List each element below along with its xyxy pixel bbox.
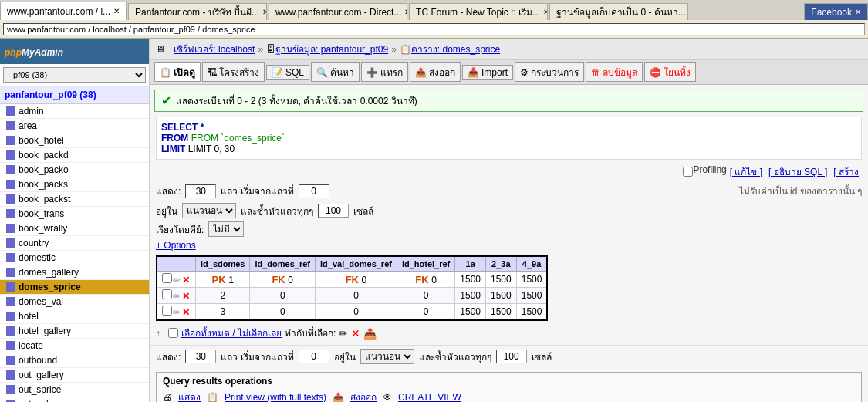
sort-select[interactable]: ไม่มี: [208, 221, 244, 237]
breadcrumb-table[interactable]: ตาราง: domes_sprice: [411, 42, 500, 56]
toolbar-btn-Import[interactable]: 📥Import: [462, 65, 513, 80]
tab-4[interactable]: ฐานข้อมูลเก็บค่าเป็น 0 - ค้นหา... ✕: [549, 3, 688, 20]
toolbar-btn-icon-9: ⛔: [650, 67, 661, 78]
col-2_3a[interactable]: 2_3a: [486, 256, 517, 272]
delete-icon-1[interactable]: ✕: [182, 291, 190, 302]
tab-2[interactable]: www.panfantour.com - Direct... ✕: [269, 3, 407, 20]
col-1a[interactable]: 1a: [455, 256, 486, 272]
delete-icon-2[interactable]: ✕: [182, 307, 190, 318]
edit-icon-1[interactable]: ✏: [173, 291, 181, 302]
sidebar-item-label: locate: [19, 340, 43, 351]
repeat-input[interactable]: [318, 204, 349, 218]
tab-3[interactable]: TC Forum - New Topic :: เริ่ม... ✕: [409, 3, 548, 20]
sidebar-item-out_sprice[interactable]: out_sprice: [0, 383, 149, 397]
start-input[interactable]: [299, 184, 329, 198]
options-toggle[interactable]: + Options: [156, 240, 196, 251]
sidebar-item-label: book_packo: [19, 164, 69, 175]
sidebar-item-hotel_gallery[interactable]: hotel_gallery: [0, 324, 149, 339]
sidebar-item-book_packst[interactable]: book_packst: [0, 192, 149, 207]
col-id_domes_ref[interactable]: id_domes_ref: [250, 256, 316, 272]
row-select-0[interactable]: [162, 273, 172, 283]
breadcrumb-server[interactable]: เซิร์ฟเวอร์: localhost: [174, 42, 255, 56]
profiling-explain[interactable]: [ อธิบาย SQL ]: [768, 164, 827, 179]
bottom-start-input[interactable]: [299, 350, 329, 363]
bottom-mode-select[interactable]: แนวนอน: [360, 349, 414, 364]
tab-close-2[interactable]: ✕: [404, 8, 407, 16]
select-all-cb[interactable]: [168, 328, 178, 338]
toolbar-btn-SQL[interactable]: 📝SQL: [266, 65, 309, 80]
profiling-edit[interactable]: [ แก้ไข ]: [730, 164, 762, 179]
sidebar-item-book_packo[interactable]: book_packo: [0, 163, 149, 177]
toolbar-btn-ลบข้อมูล[interactable]: 🗑ลบข้อมูล: [586, 62, 643, 82]
row-select-1[interactable]: [162, 289, 172, 299]
sidebar-item-domes_val[interactable]: domes_val: [0, 295, 149, 309]
sidebar-item-domes_sprice[interactable]: domes_sprice: [0, 280, 149, 295]
sidebar-item-out_gallery[interactable]: out_gallery: [0, 368, 149, 383]
db-selector[interactable]: _pf09 (38): [0, 64, 149, 86]
toolbar-btn-ส่งออก[interactable]: 📤ส่งออก: [410, 62, 461, 82]
tab-close-fb[interactable]: ✕: [855, 8, 861, 16]
tab-close[interactable]: ✕: [113, 7, 120, 15]
col-id_sdomes[interactable]: id_sdomes: [196, 256, 250, 272]
sidebar-item-label: book_packd: [19, 150, 69, 160]
table-small-icon: [6, 209, 15, 218]
toolbar-btn-ค้นหา[interactable]: 🔍ค้นหา: [311, 62, 360, 82]
export-selected-icon[interactable]: 📤: [363, 327, 377, 340]
profiling-label: Profiling: [693, 164, 726, 179]
bottom-show-input[interactable]: [185, 350, 216, 363]
profiling-php[interactable]: [ สร้าง: [833, 164, 859, 179]
sql-from: FROM: [161, 133, 191, 144]
tab-active[interactable]: www.panfantour.com / l... ✕: [0, 2, 127, 20]
tab-1[interactable]: Panfantour.com - บริษัท ปั้นฝั... ✕: [128, 3, 267, 20]
sidebar-item-area[interactable]: area: [0, 119, 149, 133]
success-icon: ✔: [161, 93, 171, 108]
edit-icon-2[interactable]: ✏: [173, 307, 181, 318]
sidebar-item-admin[interactable]: admin: [0, 104, 149, 119]
sidebar-item-book_trans[interactable]: book_trans: [0, 207, 149, 221]
tab-close-3[interactable]: ✕: [543, 8, 548, 16]
cell-id_val_domes_ref-2: 0: [316, 304, 397, 321]
sidebar-item-book_wrally[interactable]: book_wrally: [0, 221, 149, 236]
col-id_val_domes_ref[interactable]: id_val_domes_ref: [316, 256, 397, 272]
toolbar-btn-แทรก[interactable]: ➕แทรก: [361, 62, 408, 82]
toolbar-btn-โครงสร้าง[interactable]: 🏗โครงสร้าง: [202, 62, 265, 82]
tab-facebook[interactable]: Facebook ✕: [804, 3, 868, 20]
tab-close-1[interactable]: ✕: [262, 8, 267, 16]
sidebar-item-label: out_val: [19, 399, 49, 402]
sidebar-item-domestic[interactable]: domestic: [0, 251, 149, 265]
sidebar-item-out_val[interactable]: out_val: [0, 397, 149, 402]
sidebar-item-book_packd[interactable]: book_packd: [0, 148, 149, 163]
show-input[interactable]: [185, 184, 216, 198]
sidebar-item-book_packs[interactable]: book_packs: [0, 177, 149, 192]
toolbar-btn-เปิดดู[interactable]: 📋เปิดดู: [154, 62, 201, 82]
breadcrumb-db[interactable]: ฐานข้อมูล: panfantour_pf09: [275, 42, 388, 56]
address-input[interactable]: [3, 23, 865, 35]
col-id_hotel_ref[interactable]: id_hotel_ref: [397, 256, 454, 272]
select-all-link[interactable]: เลือกทั้งหมด / ไม่เลือกเลย: [181, 326, 282, 340]
sidebar-item-country[interactable]: country: [0, 236, 149, 251]
toolbar-btn-กระบวนการ[interactable]: ⚙กระบวนการ: [515, 62, 584, 82]
sidebar-item-locate[interactable]: locate: [0, 339, 149, 353]
col-4_9a[interactable]: 4_9a: [516, 256, 547, 272]
delete-icon-0[interactable]: ✕: [182, 275, 190, 285]
delete-selected-icon[interactable]: ✕: [351, 327, 360, 340]
toolbar-btn-label-4: แทรก: [380, 65, 403, 79]
sidebar-item-domes_gallery[interactable]: domes_gallery: [0, 265, 149, 280]
edit-icon-0[interactable]: ✏: [173, 275, 181, 285]
sidebar-item-book_hotel[interactable]: book_hotel: [0, 133, 149, 148]
profiling-checkbox[interactable]: [683, 164, 693, 179]
qr-create-view-link[interactable]: CREATE VIEW: [398, 392, 461, 403]
toolbar-btn-label-0: เปิดดู: [174, 65, 195, 79]
qr-export-link[interactable]: ส่งออก: [350, 390, 377, 402]
edit-selected-icon[interactable]: ✏: [339, 327, 348, 340]
toolbar-btn-โยนทิ้ง[interactable]: ⛔โยนทิ้ง: [644, 62, 696, 82]
bottom-repeat-input[interactable]: [496, 350, 527, 363]
mode-select[interactable]: แนวนอน: [182, 203, 236, 218]
qr-print-link[interactable]: Print view (with full texts): [225, 392, 326, 403]
options-link[interactable]: + Options: [150, 238, 868, 252]
sidebar-item-outbound[interactable]: outbound: [0, 353, 149, 368]
sidebar-item-hotel[interactable]: hotel: [0, 309, 149, 324]
row-select-2[interactable]: [162, 306, 172, 316]
db-dropdown[interactable]: _pf09 (38): [3, 67, 146, 83]
qr-show-link[interactable]: แสดง: [178, 390, 201, 402]
